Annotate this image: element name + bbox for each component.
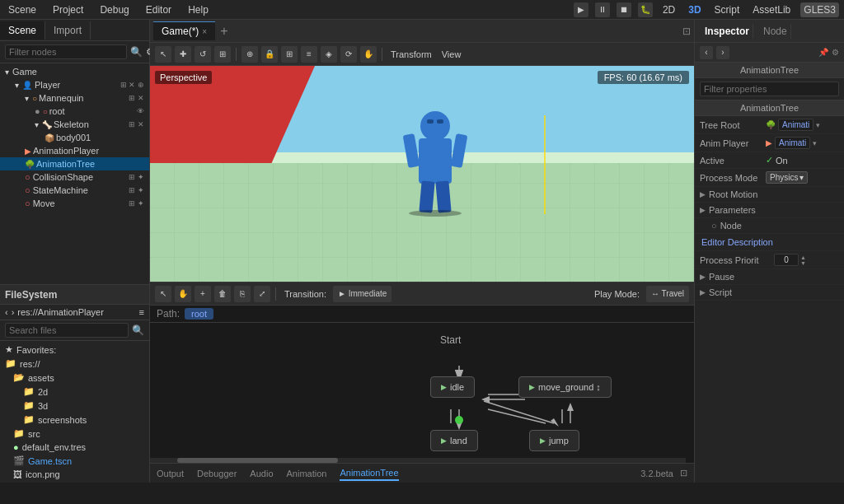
fs-default-env[interactable]: ● default_env.tres <box>0 441 149 454</box>
tree-root-arrow[interactable]: ▾ <box>816 121 820 129</box>
tab-audio[interactable]: Audio <box>250 467 273 480</box>
inspector-history-back[interactable]: ‹ <box>700 46 713 59</box>
tab-game[interactable]: Game(*) × <box>153 21 215 40</box>
fs-game-tscn[interactable]: 🎬 Game.tscn <box>0 454 149 468</box>
transform-tool[interactable]: ⟳ <box>340 46 357 63</box>
fs-forward[interactable]: › <box>12 307 15 317</box>
tree-item[interactable]: ● ○ root 👁 <box>0 105 149 118</box>
anim-move-ground-node[interactable]: ▶ move_ground ↕ <box>518 376 612 398</box>
tree-item[interactable]: ▾ Game <box>0 65 149 78</box>
anim-land-node[interactable]: ▶ land <box>430 430 478 451</box>
viewport[interactable]: Perspective FPS: 60 (16.67 ms) <box>150 66 694 282</box>
active-text[interactable]: On <box>776 156 788 166</box>
node-tab[interactable]: Node <box>760 24 791 39</box>
fs-2d[interactable]: 📁 2d <box>0 385 149 399</box>
tab-import[interactable]: Import <box>45 21 91 40</box>
fs-res[interactable]: 📁 res:// <box>0 357 149 371</box>
pause-section[interactable]: ▶ Pause <box>695 269 844 285</box>
process-priority-input[interactable] <box>774 254 799 266</box>
snap-tool[interactable]: ⊕ <box>241 46 258 63</box>
rotate-tool[interactable]: ↺ <box>195 46 211 63</box>
tree-item[interactable]: ▶ AnimationPlayer <box>0 144 149 157</box>
tree-root-box[interactable]: Animati <box>778 119 814 131</box>
transform-label[interactable]: Transform <box>391 49 432 59</box>
root-motion-section[interactable]: ▶ Root Motion <box>695 187 844 203</box>
inspector-tab[interactable]: Inspector <box>701 24 753 39</box>
priority-spinner[interactable]: ▲ ▼ <box>800 254 806 266</box>
debug-button[interactable]: 🐛 <box>638 2 653 17</box>
select-tool[interactable]: ↖ <box>155 46 171 63</box>
tab-animation[interactable]: Animation <box>287 467 327 480</box>
filter-properties-input[interactable] <box>700 82 839 96</box>
inspector-history-forward[interactable]: › <box>716 46 729 59</box>
menu-project[interactable]: Project <box>49 2 87 17</box>
scale-tool[interactable]: ⊞ <box>214 46 231 63</box>
tab-close-icon[interactable]: × <box>202 27 207 36</box>
path-value[interactable]: root <box>185 308 213 320</box>
tab-add-button[interactable]: + <box>217 24 231 39</box>
tree-item[interactable]: ▾ 👤 Player ⊞ ✕ ⊕ <box>0 78 149 91</box>
fs-back[interactable]: ‹ <box>5 307 8 317</box>
fs-screenshots[interactable]: 📁 screenshots <box>0 413 149 427</box>
anim-pan-tool[interactable]: ✋ <box>175 286 191 302</box>
anim-player-arrow[interactable]: ▾ <box>813 139 817 147</box>
tree-item[interactable]: ○ CollisionShape ⊞ ✦ <box>0 170 149 184</box>
anim-duplicate-button[interactable]: ⎘ <box>234 286 251 302</box>
anim-player-box[interactable]: Animati <box>775 137 810 149</box>
filter-nodes-input[interactable] <box>5 44 127 59</box>
move-tool[interactable]: ✚ <box>175 46 191 63</box>
tab-debugger[interactable]: Debugger <box>197 467 237 480</box>
fs-favorites[interactable]: ★ Favorites: <box>0 343 149 357</box>
tree-item[interactable]: ○ StateMachine ⊞ ✦ <box>0 184 149 197</box>
anim-delete-button[interactable]: 🗑 <box>214 286 231 302</box>
maximize-button[interactable]: ⊡ <box>682 26 691 37</box>
parameters-section[interactable]: ▶ Parameters <box>695 203 844 218</box>
tab-animtree[interactable]: AnimationTree <box>340 466 398 481</box>
editor-description-row[interactable]: Editor Description <box>695 234 844 251</box>
script-section[interactable]: ▶ Script <box>695 285 844 301</box>
menu-debug[interactable]: Debug <box>96 2 132 17</box>
inspector-settings-icon[interactable]: ⚙ <box>832 48 839 57</box>
menu-scene[interactable]: Scene <box>5 2 40 17</box>
fs-src[interactable]: 📁 src <box>0 427 149 441</box>
tab-output[interactable]: Output <box>157 467 184 480</box>
script-button[interactable]: Script <box>711 2 743 17</box>
fs-icon-png[interactable]: 🖼 icon.png <box>0 468 149 481</box>
play-button[interactable]: ▶ <box>574 2 588 17</box>
anim-jump-node[interactable]: ▶ jump <box>529 430 579 451</box>
view-3d-button[interactable]: 3D <box>685 2 704 17</box>
bone-tool[interactable]: ◈ <box>321 46 337 63</box>
anim-select-tool[interactable]: ↖ <box>155 286 171 302</box>
process-mode-dropdown[interactable]: Physics ▾ <box>766 171 808 184</box>
tab-scene[interactable]: Scene <box>0 21 45 40</box>
anim-idle-node[interactable]: ▶ idle <box>430 376 475 398</box>
pause-button[interactable]: ⏸ <box>595 2 610 17</box>
view-2d-button[interactable]: 2D <box>659 2 678 17</box>
lock-tool[interactable]: 🔒 <box>261 46 278 63</box>
tree-item[interactable]: 📦 body001 <box>0 131 149 144</box>
anim-connect-button[interactable]: ⤢ <box>254 286 270 302</box>
tree-item[interactable]: ▾ 🦴 Skeleton ⊞ ✕ <box>0 118 149 131</box>
fs-menu-icon[interactable]: ≡ <box>139 307 144 317</box>
align-tool[interactable]: ≡ <box>301 46 317 63</box>
view-label[interactable]: View <box>442 49 462 59</box>
anim-scrollbar-h[interactable] <box>150 458 686 463</box>
fs-3d[interactable]: 📁 3d <box>0 399 149 413</box>
anim-add-node-button[interactable]: + <box>195 286 211 302</box>
tree-item-animation-tree[interactable]: 🌳 AnimationTree <box>0 157 149 170</box>
stop-button[interactable]: ⏹ <box>617 2 631 17</box>
anim-canvas[interactable]: Start ▶ idle ▶ move_ground ↕ ▶ land <box>150 323 694 463</box>
fs-assets[interactable]: 📂 assets <box>0 371 149 385</box>
play-mode-dropdown[interactable]: ↔ Travel <box>646 286 689 302</box>
group-tool[interactable]: ⊞ <box>281 46 298 63</box>
tree-item[interactable]: ▾ ○ Mannequin ⊞ ✕ <box>0 91 149 105</box>
tree-item[interactable]: ○ Move ⊞ ✦ <box>0 197 149 210</box>
inspector-lock-icon[interactable]: 📌 <box>818 48 828 57</box>
menu-editor[interactable]: Editor <box>143 2 175 17</box>
fs-search-input[interactable] <box>5 323 129 338</box>
fs-header[interactable]: FileSystem <box>0 285 149 305</box>
assetlib-button[interactable]: AssetLib <box>749 2 794 17</box>
menu-help[interactable]: Help <box>185 2 212 17</box>
bottom-maximize-icon[interactable]: ⊡ <box>680 468 687 478</box>
transition-dropdown[interactable]: ► Immediate <box>333 286 392 302</box>
